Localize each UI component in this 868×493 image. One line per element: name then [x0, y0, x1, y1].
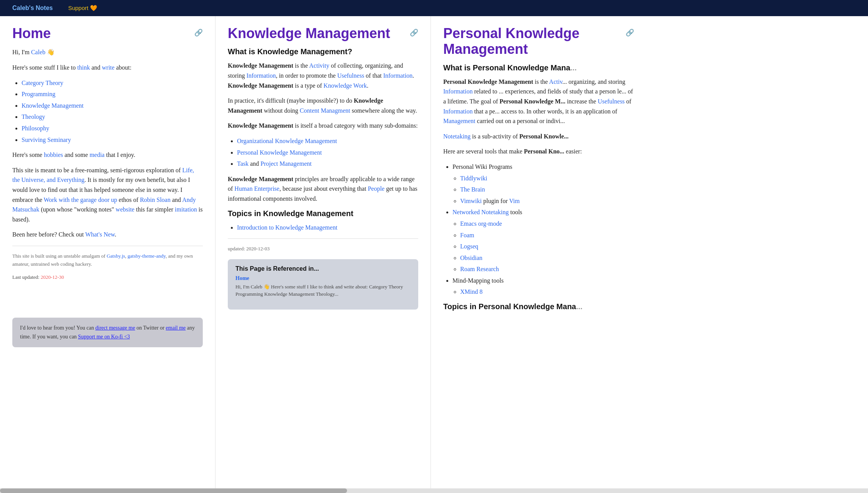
- usefulness-link[interactable]: Usefulness: [337, 72, 364, 79]
- kofi-link[interactable]: Support me on Ko-fi <3: [78, 334, 130, 340]
- task-link[interactable]: Task: [237, 160, 249, 167]
- logseq-link[interactable]: Logseq: [460, 243, 478, 250]
- main-layout: Home 🔗 Hi, I'm Caleb 👋 Here's some stuff…: [0, 16, 868, 493]
- pkm-topics-heading: Topics in Personal Knowledge Mana...: [443, 302, 634, 311]
- pkm-mindmap-sublist: XMind 8: [460, 287, 634, 297]
- pkm-activity-link[interactable]: Activ: [549, 78, 563, 85]
- the-brain-link[interactable]: The Brain: [460, 186, 485, 193]
- pkm-info-link[interactable]: Information: [443, 88, 472, 95]
- km-what-heading: What is Knowledge Management?: [228, 47, 418, 56]
- home-header: Home 🔗: [12, 25, 203, 41]
- org-km-link[interactable]: Organizational Knowledge Management: [237, 138, 337, 144]
- gatsby-link[interactable]: Gatsby.js: [107, 253, 125, 259]
- philosophy-link[interactable]: Philosophy: [22, 125, 49, 132]
- robin-sloan-link[interactable]: Robin Sloan: [140, 197, 171, 203]
- vim-link[interactable]: Vim: [509, 198, 519, 204]
- km-link[interactable]: Knowledge Management: [22, 102, 83, 109]
- list-item: The Brain: [460, 185, 634, 195]
- think-link[interactable]: think: [77, 64, 90, 71]
- list-item: Programming: [22, 89, 203, 99]
- km-title: Knowledge Management: [228, 25, 390, 41]
- hobbies-link[interactable]: hobbies: [44, 152, 63, 158]
- km-subdomains-list: Organizational Knowledge Management Pers…: [237, 136, 418, 169]
- last-updated-date[interactable]: 2020-12-30: [41, 274, 64, 280]
- write-link[interactable]: write: [102, 64, 115, 71]
- list-item: Task and Project Management: [237, 159, 418, 169]
- home-divider: [12, 246, 203, 246]
- category-theory-link[interactable]: Category Theory: [22, 80, 63, 86]
- home-footer: This site is built using an unstable ama…: [12, 252, 203, 268]
- obsidian-link[interactable]: Obsidian: [460, 255, 482, 261]
- website-link[interactable]: website: [116, 206, 135, 213]
- list-item: Personal Knowledge Management: [237, 148, 418, 158]
- theology-link[interactable]: Theology: [22, 113, 45, 120]
- email-link[interactable]: email me: [166, 325, 186, 331]
- list-item: XMind 8: [460, 287, 634, 297]
- list-item: Surviving Seminary: [22, 135, 203, 145]
- list-item: Knowledge Management: [22, 101, 203, 111]
- foam-link[interactable]: Foam: [460, 232, 474, 238]
- vimwiki-link[interactable]: Vimwiki: [460, 198, 482, 204]
- km-para1: Knowledge Management is the Activity of …: [228, 61, 418, 90]
- bottom-scrollbar[interactable]: [0, 488, 868, 493]
- xmind-link[interactable]: XMind 8: [460, 288, 482, 295]
- networked-notetaking-link[interactable]: Networked Notetaking: [452, 209, 509, 215]
- pkm-link-icon[interactable]: 🔗: [626, 28, 634, 37]
- home-whats-new: Been here before? Check out What's New.: [12, 230, 203, 240]
- km-link-icon[interactable]: 🔗: [410, 28, 418, 37]
- list-item: Obsidian: [460, 253, 634, 263]
- programming-link[interactable]: Programming: [22, 91, 55, 97]
- list-item: Philosophy: [22, 123, 203, 133]
- list-item: Organizational Knowledge Management: [237, 136, 418, 146]
- site-title[interactable]: Caleb's Notes: [12, 5, 53, 12]
- garage-door-link[interactable]: Work with the garage door up: [43, 197, 117, 203]
- pkm-mgmt-link[interactable]: Management: [443, 118, 476, 124]
- home-exploration: This site is meant to be a free-roaming,…: [12, 165, 203, 225]
- life-universe-link[interactable]: Life, the Universe, and Everything: [12, 167, 194, 183]
- emacs-link[interactable]: Emacs org-mode: [460, 220, 502, 227]
- dm-link[interactable]: direct message me: [95, 325, 135, 331]
- kw-link[interactable]: Knowledge Work: [324, 82, 367, 89]
- intro-km-link[interactable]: Introduction to Knowledge Management: [237, 224, 337, 231]
- gatsby-theme-link[interactable]: gatsby-theme-andy: [128, 253, 166, 259]
- support-link[interactable]: Support 🧡: [68, 5, 97, 12]
- list-item: Tiddlywiki: [460, 173, 634, 183]
- imitation-link[interactable]: imitation: [175, 206, 197, 213]
- km-para3: Knowledge Management is itself a broad c…: [228, 121, 418, 131]
- pkm-header: Personal Knowledge Management 🔗: [443, 25, 634, 57]
- list-item: Mind-Mapping tools XMind 8: [452, 276, 634, 297]
- referenced-title: This Page is Referenced in...: [235, 265, 411, 272]
- scrollbar-thumb[interactable]: [0, 488, 347, 493]
- ref-snippet: Hi, I'm Caleb 👋 Here's some stuff I like…: [235, 283, 411, 298]
- pkm-usefulness-link[interactable]: Usefulness: [598, 98, 624, 105]
- pkm-networked-sublist: Emacs org-mode Foam Logseq Obsidian Roam…: [460, 219, 634, 274]
- info-link2[interactable]: Information: [383, 72, 412, 79]
- home-link-icon[interactable]: 🔗: [194, 28, 203, 37]
- list-item: Introduction to Knowledge Management: [237, 223, 418, 233]
- column-pkm: Personal Knowledge Management 🔗 What is …: [431, 16, 646, 493]
- list-item: Vimwiki plugin for Vim: [460, 196, 634, 206]
- tiddlywiki-link[interactable]: Tiddlywiki: [460, 175, 487, 182]
- roam-link[interactable]: Roam Research: [460, 266, 499, 272]
- caleb-link[interactable]: Caleb: [31, 49, 45, 55]
- km-header: Knowledge Management 🔗: [228, 25, 418, 41]
- home-intro: Hi, I'm Caleb 👋: [12, 47, 203, 57]
- activity-link[interactable]: Activity: [309, 62, 329, 69]
- human-enterprise-link[interactable]: Human Enterprise: [234, 185, 279, 192]
- content-mgmt-link[interactable]: Content Managment: [300, 107, 350, 114]
- notetaking-link[interactable]: Notetaking: [443, 133, 471, 140]
- project-mgmt-link[interactable]: Project Management: [260, 160, 312, 167]
- seminary-link[interactable]: Surviving Seminary: [22, 137, 71, 143]
- pkm-wiki-sublist: Tiddlywiki The Brain Vimwiki plugin for …: [460, 173, 634, 206]
- home-topics-list: Category Theory Programming Knowledge Ma…: [22, 78, 203, 145]
- media-link[interactable]: media: [90, 152, 105, 158]
- list-item: Foam: [460, 230, 634, 240]
- pkm-link[interactable]: Personal Knowledge Management: [237, 149, 322, 156]
- ref-home-link[interactable]: Home: [235, 275, 411, 281]
- whats-new-link[interactable]: What's New: [85, 231, 115, 238]
- pkm-info-link2[interactable]: Information: [443, 108, 472, 115]
- list-item: Theology: [22, 112, 203, 122]
- list-item: Emacs org-mode: [460, 219, 634, 229]
- info-link1[interactable]: Information: [246, 72, 275, 79]
- people-link[interactable]: People: [368, 185, 385, 192]
